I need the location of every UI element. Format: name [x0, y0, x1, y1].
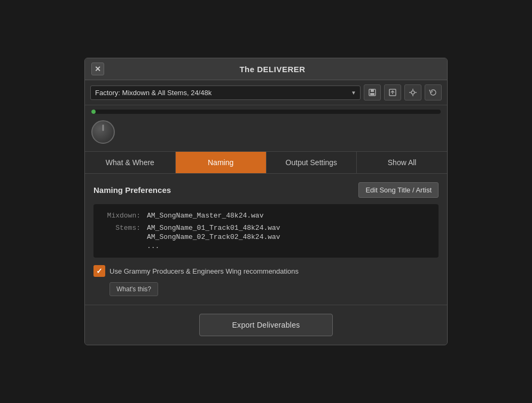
svg-rect-1 [371, 89, 374, 92]
tabs-bar: What & Where Naming Output Settings Show… [85, 151, 447, 174]
stems-label: Stems: [103, 224, 140, 250]
stem-value-2: AM_SongName_02_Track02_48k24.wav [147, 233, 280, 241]
content-area: Naming Preferences Edit Song Title / Art… [85, 174, 447, 305]
checkmark-icon: ✓ [96, 267, 103, 275]
save-icon-button[interactable] [364, 84, 381, 100]
naming-header: Naming Preferences Edit Song Title / Art… [93, 182, 439, 198]
grammy-checkbox[interactable]: ✓ [93, 265, 105, 277]
export-area: Export Deliverables [85, 305, 447, 345]
reset-icon-button[interactable] [425, 84, 442, 100]
knob-area [91, 118, 441, 146]
preset-dropdown[interactable]: Factory: Mixdown & All Stems, 24/48kFact… [90, 86, 361, 100]
stem-value-1: AM_SongName_01_Track01_48k24.wav [147, 224, 280, 232]
mixdown-row: Mixdown: AM_SongName_Master_48k24.wav [103, 212, 429, 220]
progress-bar-container [91, 110, 441, 114]
progress-bar-fill [91, 110, 96, 114]
stems-row: Stems: AM_SongName_01_Track01_48k24.wav … [103, 224, 429, 250]
preset-dropdown-wrapper[interactable]: Factory: Mixdown & All Stems, 24/48kFact… [90, 86, 361, 100]
close-button[interactable]: ✕ [91, 63, 104, 75]
tab-naming[interactable]: Naming [176, 152, 267, 173]
main-window: ✕ The DELIVERER Factory: Mixdown & All S… [84, 58, 448, 345]
file-preview-box: Mixdown: AM_SongName_Master_48k24.wav St… [93, 204, 439, 258]
tab-output-settings[interactable]: Output Settings [267, 152, 357, 173]
svg-rect-2 [370, 93, 374, 95]
volume-knob[interactable] [91, 120, 115, 144]
mixdown-value: AM_SongName_Master_48k24.wav [147, 212, 263, 220]
stems-values: AM_SongName_01_Track01_48k24.wav AM_Song… [147, 224, 280, 250]
window-title: The DELIVERER [104, 65, 441, 74]
tab-what-where[interactable]: What & Where [85, 152, 176, 173]
svg-point-5 [411, 91, 414, 94]
settings-icon-button[interactable] [404, 84, 421, 100]
title-bar: ✕ The DELIVERER [85, 58, 447, 80]
toolbar: Factory: Mixdown & All Stems, 24/48kFact… [85, 80, 447, 105]
export-deliverables-button[interactable]: Export Deliverables [199, 314, 332, 336]
progress-area [85, 105, 447, 151]
grammy-checkbox-label: Use Grammy Producers & Engineers Wing re… [109, 267, 299, 275]
tab-show-all[interactable]: Show All [357, 152, 447, 173]
whats-this-button[interactable]: What's this? [109, 282, 158, 296]
edit-song-title-button[interactable]: Edit Song Title / Artist [358, 182, 439, 198]
naming-preferences-section: Naming Preferences Edit Song Title / Art… [93, 182, 439, 296]
mixdown-label: Mixdown: [103, 212, 140, 220]
grammy-checkbox-row: ✓ Use Grammy Producers & Engineers Wing … [93, 265, 439, 277]
naming-section-title: Naming Preferences [93, 185, 171, 195]
stem-value-ellipsis: ... [147, 242, 280, 250]
export-icon-button[interactable] [384, 84, 401, 100]
